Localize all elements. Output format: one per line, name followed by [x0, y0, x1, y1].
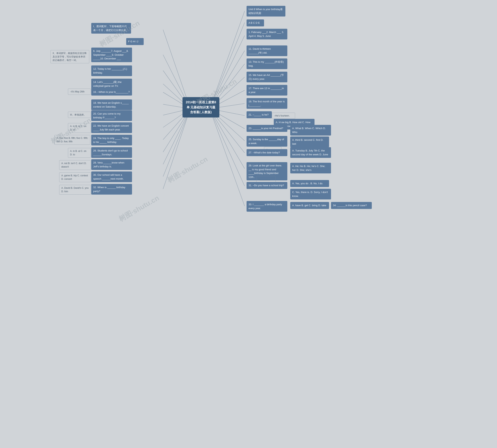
node-q29-opt-text: A. He; his B. He; he's C. She; her D. Sh…	[292, 165, 325, 172]
center-node: 2014初一英语上册第8单 元基础知识复习题含答案( 人教版)	[183, 97, 219, 117]
node-q27-opt: A. Tuesday B. July 7th C. the second day…	[290, 147, 331, 158]
node-q33-opt: A. have B. get C. bring D. take	[290, 202, 329, 209]
node-q33: 33. I _______ a birthday party every yea…	[247, 201, 287, 212]
node-unit8-title-text: Unit 8 When is your birthday基础知识巩固	[248, 8, 283, 15]
node-q11: 11. David is thirteen _______(年) old.	[247, 46, 287, 56]
node-q15-text: 15. We have an Art _______(节日) every yea…	[248, 74, 284, 80]
node-q31-text: 31. –Do you have a school trip?	[248, 184, 284, 187]
node-q33-opt-text: A. have B. get C. bring D. take	[292, 204, 326, 207]
node-q13: 13. This is my _______(外祖母) bag.	[247, 58, 287, 69]
node-q19-text: 19. The first month of the year is j____…	[248, 100, 285, 107]
node-q25: 25. Sunday is the ______day of a week.	[247, 136, 287, 147]
node-q31-hint-text: –________	[258, 178, 270, 180]
node-q26-text: 26. Students don't go to school ______Su…	[93, 149, 128, 156]
svg-line-26	[163, 109, 190, 176]
node-q21-hint: –He's fourteen.	[272, 113, 295, 119]
node-months-1-text: 1. February ___2. March ___ 3. April 4. …	[248, 31, 284, 37]
svg-line-13	[210, 109, 245, 186]
node-q31-hint: –________	[256, 176, 276, 182]
node-q31-opt1-text: A. Yes, you do . B. No, I do.	[292, 182, 323, 185]
node-q23-opt-text: A. What B. When C. Which D. Who	[292, 127, 326, 134]
node-q14: 14. Let's _______(看) the volleyball game…	[91, 79, 132, 89]
node-q15: 15. We have an Art _______(节日) every yea…	[247, 72, 287, 82]
node-q12-text: 12. Today is her ________(八) birthday.	[93, 67, 127, 74]
node-q6-text: 6. July _______7. August ___8. September…	[93, 49, 128, 60]
node-q22-text: 22. We have an English concert ____ July…	[93, 124, 129, 131]
svg-line-14	[210, 109, 245, 206]
node-q29-opt: A. He; his B. He; he's C. She; her D. Sh…	[290, 163, 331, 173]
node-q31-opt2: C. Yes, there is. D. Sorry, I don't know…	[290, 189, 331, 199]
node-abcde: A B C D E	[247, 19, 264, 26]
node-q16: 16. –When is your b_________?	[91, 89, 132, 96]
node-months-1: 1. February ___2. March ___ 3. April 4. …	[247, 29, 287, 39]
node-q23-opt: A. What B. When C. Which D. Who	[290, 125, 331, 136]
node-q23-text: 23. ______is your Art Festival?	[248, 127, 283, 130]
node-abcde-text: A B C D E	[248, 21, 260, 24]
node-q31: 31. –Do you have a school trip?	[247, 182, 287, 189]
node-q22-opt-text: A. in B. at C. on D. of	[70, 125, 86, 131]
node-q6: 6. July _______7. August ___8. September…	[91, 48, 132, 62]
node-q32-opt: A. David B. David's C. you D. him	[59, 185, 91, 194]
node-section3-text: III、单项选择。	[70, 113, 86, 116]
node-q27-opt-text: A. Tuesday B. July 7th C. the second day…	[292, 149, 328, 156]
svg-line-12	[210, 109, 245, 169]
node-q27-text: 27. –What's the date today?	[248, 151, 280, 154]
node-q25-opt: A. third B. second C. first D. last	[290, 137, 329, 147]
node-q16-hint: –It's May 26th	[68, 89, 91, 95]
node-q22: 22. We have an English concert ____ July…	[91, 122, 132, 133]
node-q18-text: 18. We have an English s_____ contest on…	[93, 101, 129, 108]
node-section1-text: I、图词配对，下面每幅图片代表一个月，请把它们分辨出来。	[93, 25, 128, 32]
node-q27: 27. –What's the date today?	[247, 149, 287, 156]
svg-line-15	[163, 30, 190, 109]
node-q24: 24. The boy is only ____. Today is his _…	[91, 135, 132, 145]
svg-line-0	[210, 11, 245, 109]
node-section1-label: I、图词配对，下面每幅图片代表一个月，请把它们分辨出来。	[91, 23, 131, 33]
node-fghij-text: F G H I J	[128, 40, 138, 43]
node-q26-opt-text: A. in B. at C. on D. to	[70, 150, 86, 156]
node-q30-opt: A. game B. trip C. contest D. concert	[59, 173, 91, 182]
node-q22-opt: A. in B. at C. on D. of	[68, 123, 91, 133]
node-q32: 32. When is ______ birthday party?	[91, 184, 132, 194]
node-q24-opt-text: A. five; five B. fifth; five C. fifth; f…	[57, 137, 88, 143]
node-q30: 30. Our school will have a speech ______…	[91, 172, 132, 182]
node-q32-opt-text: A. David B. David's C. you D. him	[61, 187, 89, 193]
node-q32-text: 32. When is ______ birthday party?	[93, 186, 125, 193]
node-q28: 28. Vera ______know when Jeff's birthday…	[91, 159, 132, 170]
svg-line-1	[210, 23, 245, 109]
node-q21-text: 21. –_____ is he?	[248, 113, 268, 116]
node-q31-opt2-text: C. Yes, there is. D. Sorry, I don't know…	[292, 191, 328, 197]
node-q21: 21. –_____ is he?	[247, 111, 272, 118]
node-section2-text: II、单词拼写，根据所给汉语注释及文首字母，写出空缺处各单词的正确形式，每空一词…	[53, 52, 87, 62]
node-q16-text: 16. –When is your b_________?	[93, 91, 130, 93]
node-fghij: F G H I J	[126, 38, 144, 45]
node-q25-text: 25. Sunday is the ______day of a week.	[248, 138, 284, 145]
node-q24-text: 24. The boy is only ____. Today is his _…	[93, 137, 129, 144]
node-section3-label: III、单项选择。	[68, 112, 91, 118]
node-q28-opt-text: A. not B. isn't C. don't D. doesn't	[61, 162, 87, 168]
node-unit8-title: Unit 8 When is your birthday基础知识巩固	[247, 6, 285, 16]
node-q17-text: 17. There are 12 m ________in a year.	[248, 87, 284, 94]
watermark-4: 树图·shutu.cn	[166, 154, 209, 185]
center-label: 2014初一英语上册第8单 元基础知识复习题含答案( 人教版)	[186, 101, 216, 114]
node-q19: 19. The first month of the year is j____…	[247, 98, 287, 109]
node-q20-text: 20. Can you come to my birthday P_______…	[93, 112, 121, 119]
node-q18: 18. We have an English s_____ contest on…	[91, 99, 132, 110]
node-q11-text: 11. David is thirteen _______(年) old.	[248, 47, 271, 54]
svg-line-27	[163, 109, 190, 189]
node-section2-label: II、单词拼写，根据所给汉语注释及文首字母，写出空缺处各单词的正确形式，每空一词…	[50, 50, 89, 63]
node-q28-opt: A. not B. isn't C. don't D. doesn't	[59, 160, 91, 170]
node-q25-opt-text: A. third B. second C. first D. last	[292, 138, 323, 145]
node-q26-opt: A. in B. at C. on D. to	[68, 148, 91, 158]
node-q14-text: 14. Let's _______(看) the volleyball game…	[93, 80, 122, 87]
node-q20: 20. Can you come to my birthday P_______…	[91, 110, 132, 121]
node-q17: 17. There are 12 m ________in a year.	[247, 85, 287, 96]
node-q34-text: 34. ______is this pencil case?	[333, 204, 367, 207]
node-q16-hint-text: –It's May 26th	[70, 90, 84, 93]
node-q12: 12. Today is her ________(八) birthday.	[91, 65, 132, 76]
node-q33-text: 33. I _______ a birthday party every yea…	[248, 203, 282, 210]
node-q23: 23. ______is your Art Festival?	[247, 125, 287, 132]
node-q21-hint-text: –He's fourteen.	[274, 114, 290, 117]
watermark-5: 树图·shutu.cn	[117, 193, 161, 224]
node-q31-opt1: A. Yes, you do . B. No, I do.	[290, 180, 329, 187]
node-q30-text: 30. Our school will have a speech ______…	[93, 173, 124, 180]
